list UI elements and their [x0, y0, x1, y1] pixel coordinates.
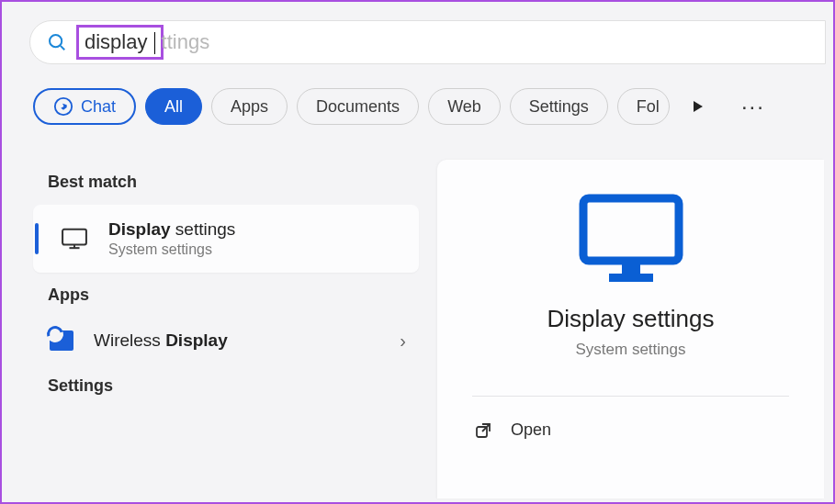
open-external-icon: [474, 421, 492, 440]
more-options-button[interactable]: ···: [741, 94, 765, 119]
search-typed-text: display: [76, 25, 164, 60]
app-result-wireless-display[interactable]: Wireless Display ›: [33, 318, 419, 364]
best-match-subtitle: System settings: [108, 241, 235, 258]
divider: [472, 396, 789, 397]
search-icon: [47, 32, 67, 52]
best-match-text: Display settings System settings: [108, 219, 235, 258]
svg-rect-7: [622, 263, 640, 274]
monitor-large-icon: [576, 193, 686, 285]
filter-apps[interactable]: Apps: [211, 88, 288, 125]
section-best-match-header: Best match: [33, 160, 419, 205]
open-label: Open: [511, 420, 551, 440]
best-match-title: Display settings: [108, 219, 235, 240]
results-left-column: Best match Display settings System setti…: [33, 160, 419, 409]
search-input[interactable]: display ttings: [29, 20, 826, 64]
svg-point-0: [50, 35, 62, 47]
filter-web[interactable]: Web: [428, 88, 501, 125]
filter-all[interactable]: All: [145, 88, 202, 125]
section-settings-header: Settings: [33, 364, 419, 409]
open-action[interactable]: Open: [474, 420, 551, 440]
detail-panel: Display settings System settings Open: [437, 160, 824, 498]
svg-rect-6: [583, 198, 679, 261]
svg-point-2: [55, 98, 72, 115]
filter-scroll-right[interactable]: [686, 95, 710, 118]
chevron-right-icon: ›: [400, 330, 406, 352]
bing-chat-icon: [53, 96, 73, 117]
svg-line-10: [482, 424, 490, 431]
svg-rect-8: [609, 274, 653, 282]
search-placeholder-remainder: ttings: [162, 30, 210, 54]
filter-documents[interactable]: Documents: [297, 88, 419, 125]
monitor-icon: [61, 228, 88, 250]
filter-chat-label: Chat: [81, 97, 116, 117]
filter-row: Chat All Apps Documents Web Settings Fol…: [33, 86, 824, 127]
svg-rect-3: [62, 230, 86, 245]
cast-icon: [50, 330, 73, 351]
svg-line-1: [61, 46, 64, 50]
detail-title: Display settings: [547, 305, 714, 333]
filter-folders[interactable]: Fol: [617, 88, 670, 125]
section-apps-header: Apps: [33, 273, 419, 318]
detail-subtitle: System settings: [576, 341, 686, 359]
filter-chat[interactable]: Chat: [33, 88, 136, 125]
filter-settings[interactable]: Settings: [510, 88, 608, 125]
start-menu-search-panel: display ttings Chat All Apps Documents W…: [0, 0, 835, 504]
best-match-result[interactable]: Display settings System settings: [33, 205, 419, 273]
app-result-label: Wireless Display: [94, 330, 228, 351]
play-icon: [691, 99, 705, 114]
